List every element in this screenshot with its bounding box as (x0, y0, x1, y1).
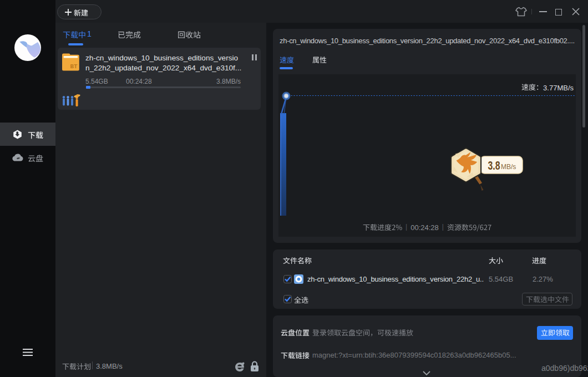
svg-text:3.8: 3.8 (488, 159, 500, 172)
svg-text:BT: BT (70, 63, 78, 70)
svg-text:MB/s: MB/s (501, 163, 516, 171)
